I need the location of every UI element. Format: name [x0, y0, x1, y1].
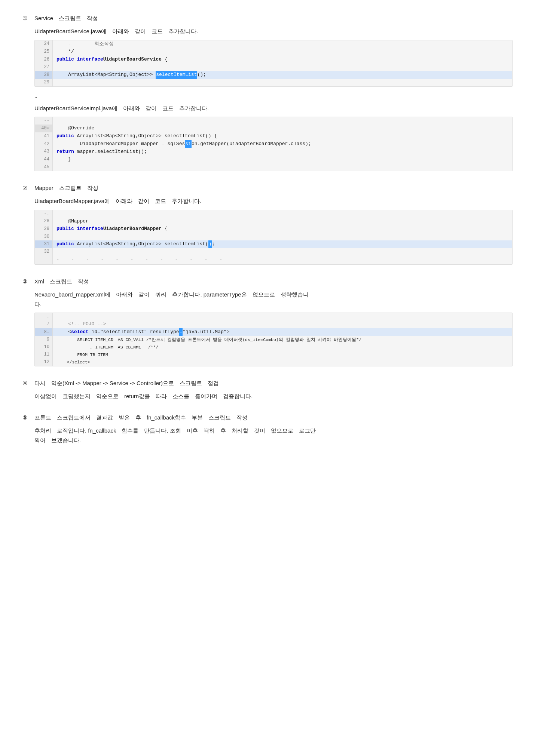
line-content — [53, 313, 512, 320]
line-num: 27 — [35, 64, 53, 71]
section-3-header: ③ Xml 스크립트 작성 — [22, 278, 513, 285]
code-line: 12 </select> — [35, 359, 512, 366]
line-num: 11 — [35, 351, 53, 359]
code-line-highlighted: 8= <select id="selectItemList" resultTyp… — [35, 328, 512, 336]
code-line: 7 <!-- POJO --> — [35, 320, 512, 328]
section-5-desc: 후처리 로직입니다. fn_callback 함수를 만듭니다. 조회 이후 딱… — [34, 426, 513, 445]
line-content: public interface UiadapterBoardMapper { — [53, 225, 512, 233]
section-4-desc: 이상없이 코딩했는지 역순으로 return값을 따라 소스를 훑어가며 검증합… — [34, 391, 513, 401]
line-num: 44 — [35, 156, 53, 163]
code-line: 45 — [35, 163, 512, 171]
code-line: 25 */ — [35, 48, 512, 56]
code-line: -- — [35, 117, 512, 125]
line-content: */ — [53, 48, 512, 56]
section-1-title: Service 스크립트 작성 — [34, 15, 98, 22]
code-line: 29 — [35, 79, 512, 86]
line-num: 31 — [35, 240, 53, 248]
code-line: 24 - 최소작성 — [35, 40, 512, 48]
section-4: ④ 다시 역순(Xml -> Mapper -> Service -> Cont… — [22, 380, 513, 401]
code-block-service-impl: -- 40⊝ @Override 41 public ArrayList<Map… — [34, 117, 513, 171]
line-content: public ArrayList<Map<String,Object>> sel… — [53, 132, 512, 140]
line-num: 29 — [35, 225, 53, 233]
line-content: <!-- POJO --> — [53, 320, 512, 328]
line-content: <select id="selectItemList" resultType="… — [53, 328, 512, 336]
line-num: -. — [35, 210, 53, 218]
line-num: . — [35, 313, 53, 320]
section-4-header: ④ 다시 역순(Xml -> Mapper -> Service -> Cont… — [22, 380, 513, 387]
line-num: 32 — [35, 248, 53, 256]
line-num: 28 — [35, 218, 53, 225]
code-line: 10 , ITEM_NM AS CD_NM1 /**/ — [35, 344, 512, 351]
line-content — [53, 117, 512, 125]
line-content: return mapper.selectItemList(); — [53, 148, 512, 156]
line-num: 42 — [35, 140, 53, 148]
section-5-header: ⑤ 프론트 스크립트에서 결과값 받은 후 fn_callback함수 부분 스… — [22, 414, 513, 421]
section-3-desc: Nexacro_baord_mapper.xml에 아래와 같이 쿼리 추가합니… — [34, 290, 513, 309]
line-content — [53, 210, 512, 218]
line-num: 40⊝ — [35, 125, 53, 132]
section-1: ① Service 스크립트 작성 UidapterBoardService.j… — [22, 15, 513, 171]
line-num: 45 — [35, 163, 53, 171]
line-content: @Mapper — [53, 218, 512, 225]
line-content: @Override — [53, 125, 512, 132]
line-content: FROM TB_ITEM — [53, 351, 512, 359]
code-block-xml: . 7 <!-- POJO --> 8= <select id="selectI… — [34, 313, 513, 366]
section-5-number: ⑤ — [22, 414, 30, 421]
line-content — [53, 248, 512, 256]
section-3-number: ③ — [22, 278, 30, 285]
code-line: 26 public interface UidapterBoardService… — [35, 56, 512, 64]
line-num: 7 — [35, 320, 53, 328]
code-block-mapper: -. 28 @Mapper 29 public interface Uiadap… — [34, 210, 513, 265]
section-4-number: ④ — [22, 380, 30, 387]
section-2-desc: UiadapterBoardMapper.java에 아래와 같이 코드 추가합… — [34, 196, 513, 206]
line-num: 8= — [35, 328, 53, 336]
code-line: 30 — [35, 233, 512, 240]
line-num: 28 — [35, 71, 53, 79]
section-1-desc-2: UidapterBoardServiceImpl.java에 아래와 같이 코드… — [34, 104, 513, 113]
code-line: 11 FROM TB_ITEM — [35, 351, 512, 359]
section-5: ⑤ 프론트 스크립트에서 결과값 받은 후 fn_callback함수 부분 스… — [22, 414, 513, 445]
code-line: 9 SELECT ITEM_CD AS CD_VAL1 /*반드시 컬럼명을 프… — [35, 336, 512, 344]
section-2-number: ② — [22, 185, 30, 191]
line-num: 29 — [35, 79, 53, 86]
line-content — [53, 163, 512, 171]
code-block-service-interface: 24 - 최소작성 25 */ 26 public interface Uida… — [34, 40, 513, 87]
line-num: 9 — [35, 336, 53, 344]
code-line: -. — [35, 210, 512, 218]
code-line: 41 public ArrayList<Map<String,Object>> … — [35, 132, 512, 140]
line-content — [53, 79, 512, 86]
code-line: 43 return mapper.selectItemList(); — [35, 148, 512, 156]
code-line: 40⊝ @Override — [35, 125, 512, 132]
section-5-title: 프론트 스크립트에서 결과값 받은 후 fn_callback함수 부분 스크립… — [34, 414, 248, 421]
line-content: SELECT ITEM_CD AS CD_VAL1 /*반드시 컬럼명을 프론트… — [53, 336, 512, 344]
line-content: - 최소작성 — [53, 40, 512, 48]
line-num: -- — [35, 117, 53, 125]
code-line: . — [35, 313, 512, 320]
section-4-title: 다시 역순(Xml -> Mapper -> Service -> Contro… — [34, 380, 219, 387]
line-num — [35, 256, 53, 264]
section-3: ③ Xml 스크립트 작성 Nexacro_baord_mapper.xml에 … — [22, 278, 513, 366]
line-content: </select> — [53, 359, 512, 366]
line-num: 43 — [35, 148, 53, 156]
line-content: } — [53, 156, 512, 163]
code-line: 32 — [35, 248, 512, 256]
line-content: UiadapterBoardMapper mapper = sqlSession… — [53, 140, 512, 148]
code-line: 27 — [35, 64, 512, 71]
section-1-number: ① — [22, 15, 30, 22]
section-2-title: Mapper 스크립트 작성 — [34, 185, 98, 192]
line-content — [53, 233, 512, 240]
line-num: 30 — [35, 233, 53, 240]
section-1-header: ① Service 스크립트 작성 — [22, 15, 513, 22]
section-2: ② Mapper 스크립트 작성 UiadapterBoardMapper.ja… — [22, 185, 513, 265]
line-num: 41 — [35, 132, 53, 140]
code-line: 44 } — [35, 156, 512, 163]
section-1-desc-1: UidapterBoardService.java에 아래와 같이 코드 추가합… — [34, 27, 513, 36]
line-content: ArrayList<Map<String,Object>> selectItem… — [53, 71, 512, 79]
code-line: 42 UiadapterBoardMapper mapper = sqlSess… — [35, 140, 512, 148]
arrow-indicator: ↓ — [34, 92, 513, 100]
line-num: 26 — [35, 56, 53, 64]
line-content: public ArrayList<Map<String,Object>> sel… — [53, 240, 512, 248]
code-line: - - - - - - - - - - - - — [35, 256, 512, 264]
line-content: , ITEM_NM AS CD_NM1 /**/ — [53, 344, 512, 351]
line-content: public interface UidapterBoardService { — [53, 56, 512, 64]
